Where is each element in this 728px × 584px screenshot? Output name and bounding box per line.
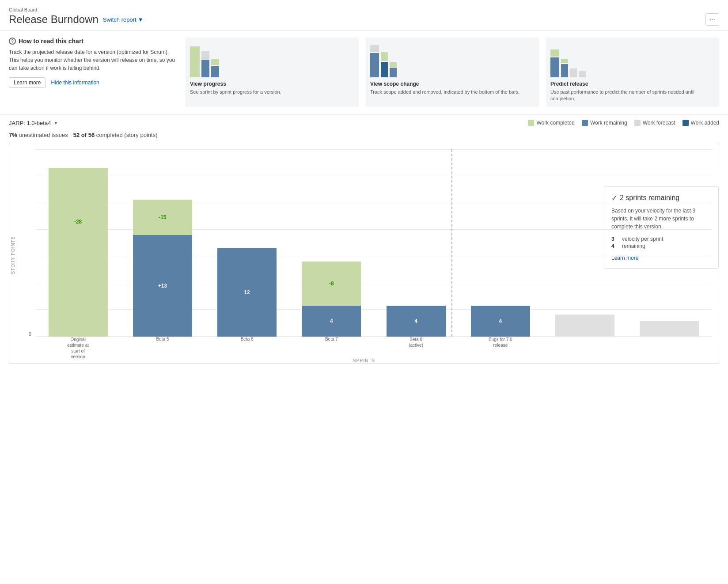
x-axis-title: SPRINTS bbox=[9, 358, 719, 363]
switch-report-button[interactable]: Switch report ▼ bbox=[103, 16, 144, 23]
bar-group-original: -28 bbox=[36, 149, 120, 337]
chart-legend: Work completed Work remaining Work forec… bbox=[528, 120, 719, 126]
section-description: Track the projected release date for a v… bbox=[9, 48, 177, 72]
bar-label-beta5-green: -15 bbox=[159, 214, 166, 220]
card-title: View progress bbox=[190, 81, 354, 87]
version-label: JARP: 1.0-beta4 bbox=[9, 120, 51, 126]
bar-bugs-blue: 4 bbox=[471, 306, 530, 337]
view-progress-card: View progress See sprint by sprint progr… bbox=[186, 38, 359, 107]
predict-release-card: Predict release Use past performance to … bbox=[546, 38, 719, 107]
zero-label: 0 bbox=[29, 331, 31, 337]
chart-stats: 7% unestimated issues 52 of 56 completed… bbox=[0, 132, 728, 142]
bar-beta5-blue: +13 bbox=[133, 235, 192, 337]
sprint-learn-more-link[interactable]: Learn more bbox=[611, 255, 638, 261]
y-axis-label: STORY POINTS bbox=[11, 236, 15, 274]
x-axis-labels: Originalestimate atstart ofversion Beta … bbox=[36, 337, 712, 360]
work-forecast-swatch bbox=[634, 120, 641, 126]
bar-beta7-green: -8 bbox=[302, 262, 361, 306]
card-description: Track scope added and removed, indicated… bbox=[370, 89, 535, 95]
bar-label-original: -28 bbox=[74, 219, 82, 225]
info-icon: ? bbox=[9, 38, 16, 45]
bar-beta8-blue: 4 bbox=[387, 306, 446, 337]
page-breadcrumb: Global Board bbox=[9, 7, 719, 12]
view-scope-change-card: View scope change Track scope added and … bbox=[366, 38, 539, 107]
x-label-bugs: Bugs for 7.0release bbox=[458, 337, 542, 360]
x-label-beta8: Beta 8(active) bbox=[374, 337, 458, 360]
bar-group-bugs: 4 bbox=[458, 149, 542, 337]
legend-work-added: Work added bbox=[682, 120, 719, 126]
chart-controls: JARP: 1.0-beta4 ▼ Work completed Work re… bbox=[0, 114, 728, 132]
bar-label-beta8: 4 bbox=[414, 318, 417, 324]
x-label-original: Originalestimate atstart ofversion bbox=[36, 337, 120, 360]
x-label-forecast2 bbox=[627, 337, 712, 360]
bar-forecast1 bbox=[555, 315, 614, 337]
bar-group-beta7: -8 4 bbox=[289, 149, 374, 337]
bar-label-beta6: 12 bbox=[244, 289, 250, 296]
sprint-stats: 3 velocity per sprint 4 remaining bbox=[611, 236, 711, 249]
bar-beta6-blue: 12 bbox=[217, 248, 277, 337]
sprint-remaining-description: Based on your velocity for the last 3 sp… bbox=[611, 207, 711, 231]
version-selector[interactable]: JARP: 1.0-beta4 ▼ bbox=[9, 120, 58, 126]
info-cards-container: View progress See sprint by sprint progr… bbox=[186, 38, 719, 107]
sprint-remaining-title: ✓ 2 sprints remaining bbox=[611, 194, 711, 202]
x-label-beta7: Beta 7 bbox=[289, 337, 374, 360]
bar-beta7-blue: 4 bbox=[302, 306, 361, 337]
card-title: View scope change bbox=[370, 81, 535, 87]
learn-more-button[interactable]: Learn more bbox=[9, 77, 46, 88]
section-title: How to read this chart bbox=[19, 38, 83, 45]
work-added-swatch bbox=[682, 120, 689, 126]
bar-label-beta7-blue: 4 bbox=[330, 318, 333, 324]
work-remaining-swatch bbox=[582, 120, 588, 126]
bar-label-beta7-green: -8 bbox=[329, 281, 334, 287]
x-label-forecast1 bbox=[543, 337, 627, 360]
sprint-stat-velocity: 3 velocity per sprint bbox=[611, 236, 711, 242]
how-to-read-section: ? How to read this chart Track the proje… bbox=[0, 30, 728, 114]
bar-original-green: -28 bbox=[49, 168, 108, 337]
x-label-beta5: Beta 5 bbox=[120, 337, 205, 360]
legend-work-forecast: Work forecast bbox=[634, 120, 675, 126]
chevron-down-icon: ▼ bbox=[138, 16, 144, 23]
check-icon: ✓ bbox=[611, 194, 617, 202]
bar-group-beta5: -15 +13 bbox=[120, 149, 205, 337]
more-options-button[interactable]: ··· bbox=[705, 13, 719, 26]
card-description: Use past performance to predict the numb… bbox=[550, 89, 715, 102]
bar-beta5-green: -15 bbox=[133, 200, 192, 235]
bar-forecast2 bbox=[640, 321, 699, 337]
card-title: Predict release bbox=[550, 81, 715, 87]
sprint-remaining-box: ✓ 2 sprints remaining Based on your velo… bbox=[604, 186, 719, 269]
chart-area: STORY POINTS 0 -28 bbox=[9, 142, 719, 364]
legend-work-remaining: Work remaining bbox=[582, 120, 627, 126]
bar-group-beta8: 4 bbox=[374, 149, 458, 337]
forecast-dashed-line bbox=[451, 149, 452, 337]
bar-label-bugs: 4 bbox=[499, 318, 502, 324]
legend-work-completed: Work completed bbox=[528, 120, 574, 126]
card-description: See sprint by sprint progress for a vers… bbox=[190, 89, 354, 95]
work-completed-swatch bbox=[528, 120, 534, 126]
hide-information-link[interactable]: Hide this information bbox=[51, 80, 99, 86]
chart-inner: STORY POINTS 0 -28 bbox=[9, 142, 719, 363]
bar-group-beta6: 12 bbox=[205, 149, 289, 337]
bar-label-beta5-blue: +13 bbox=[158, 283, 167, 289]
x-label-beta6: Beta 6 bbox=[205, 337, 289, 360]
bar-beta5-stack: -15 +13 bbox=[133, 200, 192, 337]
page-title: Release Burndown bbox=[9, 13, 99, 26]
version-arrow-icon: ▼ bbox=[53, 121, 58, 125]
bar-beta7-stack: -8 4 bbox=[302, 262, 361, 337]
sprint-stat-remaining: 4 remaining bbox=[611, 243, 711, 249]
